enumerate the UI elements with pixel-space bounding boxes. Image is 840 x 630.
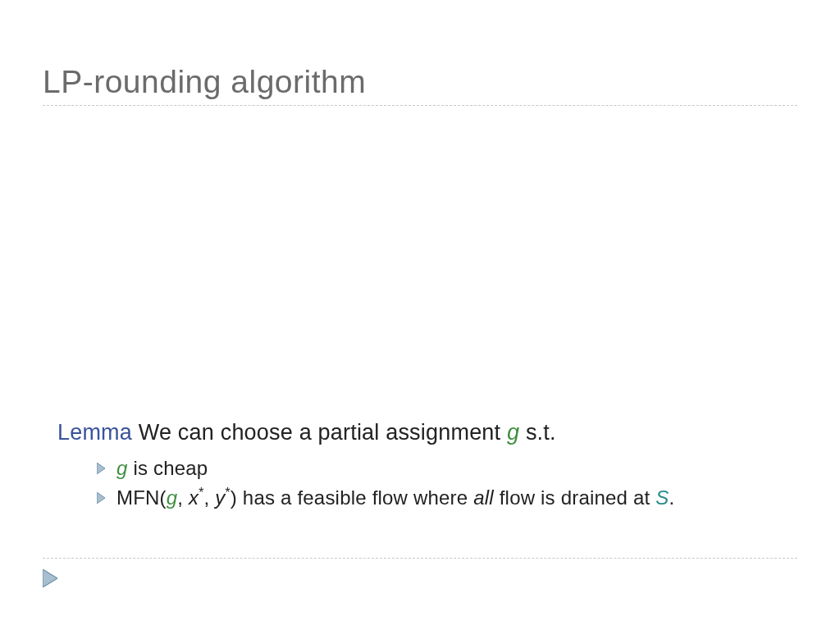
b2-tail: flow is drained at xyxy=(494,486,655,509)
svg-marker-2 xyxy=(43,569,57,587)
lemma-text-after: s.t. xyxy=(519,420,556,445)
svg-marker-0 xyxy=(97,463,105,474)
list-item: g is cheap xyxy=(97,457,779,480)
bullet-list: g is cheap MFN(g, x*, y*) has a feasible… xyxy=(97,457,779,509)
lemma-g-variable: g xyxy=(507,420,519,445)
b2-comma2: , xyxy=(204,486,216,509)
b2-period: . xyxy=(669,486,675,509)
bullet-arrow-icon xyxy=(97,492,105,504)
b2-close: ) has a feasible flow where xyxy=(231,486,473,509)
b2-x-variable: x xyxy=(189,486,199,509)
lemma-text-before: We can choose a partial assignment xyxy=(132,420,507,445)
b2-comma1: , xyxy=(177,486,189,509)
b2-S-variable: S xyxy=(655,486,669,509)
divider-bottom xyxy=(43,558,797,559)
svg-marker-1 xyxy=(97,492,105,504)
bullet-arrow-icon xyxy=(97,463,105,474)
b2-y-variable: y xyxy=(215,486,225,509)
b2-all: all xyxy=(473,486,494,509)
list-item: MFN(g, x*, y*) has a feasible flow where… xyxy=(97,486,779,509)
b2-pre: MFN( xyxy=(116,486,167,509)
slide-title: LP-rounding algorithm xyxy=(43,64,366,100)
bullet-2-text: MFN(g, x*, y*) has a feasible flow where… xyxy=(116,486,779,509)
b2-g-variable: g xyxy=(167,486,178,509)
footer-arrow-icon xyxy=(43,569,57,587)
lemma-statement: Lemma We can choose a partial assignment… xyxy=(57,420,779,445)
slide-content: Lemma We can choose a partial assignment… xyxy=(57,420,779,516)
slide: LP-rounding algorithm Lemma We can choos… xyxy=(0,0,840,630)
divider-top xyxy=(43,105,797,106)
b1-rest: is cheap xyxy=(128,457,208,479)
bullet-1-text: g is cheap xyxy=(116,457,779,480)
lemma-label: Lemma xyxy=(57,420,132,445)
b1-g-variable: g xyxy=(116,457,128,479)
